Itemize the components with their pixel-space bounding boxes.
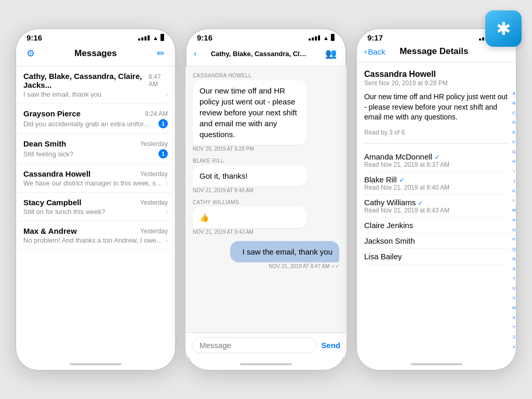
alpha-letter-#[interactable]: # — [512, 345, 516, 349]
conversation-row-3[interactable]: Dean Smith Yesterday Still feeling sick?… — [15, 134, 176, 164]
unread-badge: 1 — [158, 149, 168, 158]
alpha-letter-G[interactable]: G — [512, 150, 516, 154]
alpha-letter-X[interactable]: X — [512, 316, 516, 320]
compose-icon[interactable]: ✏ — [153, 46, 168, 61]
alpha-letter-K[interactable]: K — [512, 189, 516, 193]
settings-icon[interactable]: ⚙ — [23, 46, 38, 61]
battery-icon: ▊ — [331, 34, 335, 41]
signal-icon — [309, 35, 320, 41]
alpha-letter-F[interactable]: F — [512, 140, 516, 144]
message-input[interactable] — [192, 337, 317, 353]
wifi-icon: ▲ — [153, 35, 158, 41]
recipient-row-cathy: Cathy Williams ✓ Read Nov 21, 2019 at 8:… — [364, 195, 509, 218]
back-button-details[interactable]: ‹ Back — [364, 47, 385, 56]
message-time: 8:47 AM — [149, 73, 168, 88]
conversation-row-5[interactable]: Stacy Campbell Yesterday Still on for lu… — [15, 193, 176, 221]
sender-name: Grayson Pierce — [23, 109, 81, 118]
message-preview: Still on for lunch this week? — [23, 208, 164, 216]
chat-timestamp: NOV 20, 2019 AT 9:28 PM — [193, 146, 339, 152]
chat-timestamp: NOV 21, 2019 AT 8:40 AM — [193, 188, 339, 193]
back-chevron-icon: ‹ — [194, 49, 196, 58]
messages-list: Cathy, Blake, Cassandra, Claire, Jacks..… — [15, 66, 176, 357]
sender-name: Max & Andrew — [23, 227, 77, 235]
alpha-letter-T[interactable]: T — [512, 277, 516, 281]
alpha-letter-N[interactable]: N — [512, 218, 516, 222]
message-preview: Did you accidentally grab an extra unifo… — [23, 120, 154, 128]
read-checkmark: ✓ — [434, 153, 440, 161]
alpha-letter-E[interactable]: E — [512, 130, 516, 135]
status-bar-1: 9:16 ▲ ▊ — [15, 28, 176, 44]
details-sent-time: Sent Nov 20, 2019 at 9:28 PM — [364, 79, 509, 87]
chat-input-bar: Send — [185, 332, 347, 357]
alpha-letter-I[interactable]: I — [512, 169, 516, 174]
conversation-row-1[interactable]: Cathy, Blake, Cassandra, Claire, Jacks..… — [15, 66, 176, 104]
alpha-letter-Z[interactable]: Z — [512, 335, 516, 339]
alphabet-index[interactable]: ABCDEFGHIJKLMNOPQRSTUVWXYZ# — [512, 90, 516, 350]
alpha-letter-M[interactable]: M — [512, 208, 516, 212]
group-icon[interactable]: 👥 — [324, 46, 338, 61]
chevron-icon: › — [166, 208, 168, 216]
message-preview: We have our district manager in this wee… — [23, 179, 164, 187]
recipient-row-claire: Claire Jenkins — [364, 218, 509, 233]
chat-timestamp: NOV 21, 2019 AT 8:43 AM — [193, 229, 339, 235]
chat-bubble-received: Our new time off and HR policy just went… — [193, 80, 307, 145]
alpha-letter-W[interactable]: W — [512, 306, 516, 310]
alpha-letter-S[interactable]: S — [512, 267, 516, 271]
alpha-letter-C[interactable]: C — [512, 111, 516, 115]
status-bar-2: 9:16 ▲ ▊ — [185, 28, 347, 44]
chat-bubble-received: Got it, thanks! — [193, 165, 307, 187]
sender-name: Stacy Campbell — [23, 198, 82, 207]
recipient-name: Amanda McDonnell ✓ — [364, 152, 509, 161]
nav-bar-3: ‹ Back Message Details — [356, 44, 517, 62]
alpha-letter-J[interactable]: J — [512, 179, 516, 183]
recipient-name: Claire Jenkins — [364, 221, 509, 230]
nav-bar-2: ‹ Cathy, Blake, Cassandra, Claire, Jac..… — [185, 44, 347, 66]
recipient-name: Jackson Smith — [364, 236, 509, 245]
details-content: Cassandra Howell Sent Nov 20, 2019 at 9:… — [356, 62, 517, 357]
alpha-letter-D[interactable]: D — [512, 121, 516, 125]
alpha-letter-U[interactable]: U — [512, 286, 516, 290]
alpha-letter-A[interactable]: A — [512, 91, 516, 96]
back-button[interactable]: ‹ — [194, 49, 196, 58]
alpha-letter-L[interactable]: L — [512, 198, 516, 203]
chat-sender-label: CATHY WILLIAMS — [193, 200, 339, 205]
phone-chat: 9:16 ▲ ▊ ‹ Cathy, Blake, Cassandra, Clai… — [185, 28, 347, 371]
alpha-letter-H[interactable]: H — [512, 159, 516, 164]
alpha-letter-B[interactable]: B — [512, 101, 516, 105]
read-checkmark: ✓ — [399, 176, 405, 184]
conversation-row-4[interactable]: Cassandra Howell Yesterday We have our d… — [15, 164, 176, 193]
message-time: 8:24 AM — [145, 110, 168, 117]
conversation-row-2[interactable]: Grayson Pierce 8:24 AM Did you accidenta… — [15, 104, 176, 134]
recipient-read-time: Read Nov 21, 2019 at 8:40 AM — [364, 184, 509, 191]
home-indicator-2 — [185, 357, 347, 371]
sender-name: Cassandra Howell — [23, 169, 90, 178]
wifi-icon: ▲ — [323, 35, 329, 41]
alpha-letter-R[interactable]: R — [512, 257, 516, 261]
app-icon: ✱ — [485, 10, 522, 47]
nav-title-1: Messages — [74, 48, 116, 59]
alpha-letter-Q[interactable]: Q — [512, 247, 516, 251]
chat-timestamp-sent: NOV 21, 2019 AT 8:47 AM ✓✓ — [193, 263, 339, 269]
recipient-name: Lisa Bailey — [364, 252, 509, 261]
alpha-letter-Y[interactable]: Y — [512, 325, 516, 329]
phone-message-details: 9:17 ▲ ▊ ‹ Back Message Details — [356, 28, 517, 371]
chat-message-group-4: I saw the email, thank you NOV 21, 2019 … — [193, 241, 339, 269]
details-read-count: Read by 3 of 6 — [364, 129, 509, 136]
details-sender-name: Cassandra Howell — [364, 70, 509, 79]
conversation-row-6[interactable]: Max & Andrew Yesterday No problem! And t… — [15, 221, 176, 250]
details-screen: Cassandra Howell Sent Nov 20, 2019 at 9:… — [356, 62, 517, 357]
message-preview: I saw the email, thank you — [23, 90, 164, 98]
alpha-letter-P[interactable]: P — [512, 237, 516, 242]
read-checkmark: ✓ — [418, 199, 423, 207]
message-time: Yesterday — [140, 199, 168, 206]
message-time: Yesterday — [140, 228, 168, 235]
alpha-letter-O[interactable]: O — [512, 228, 516, 232]
alpha-letter-V[interactable]: V — [512, 296, 516, 300]
recipient-read-time: Read Nov 21, 2019 at 8:37 AM — [364, 161, 509, 168]
chat-bubble-sent: I saw the email, thank you — [230, 241, 339, 262]
home-indicator-3 — [356, 357, 517, 371]
recipient-row-lisa: Lisa Bailey — [364, 249, 509, 264]
signal-icon — [138, 35, 150, 41]
message-preview: Still feeling sick? — [23, 150, 154, 158]
send-button[interactable]: Send — [321, 341, 340, 350]
